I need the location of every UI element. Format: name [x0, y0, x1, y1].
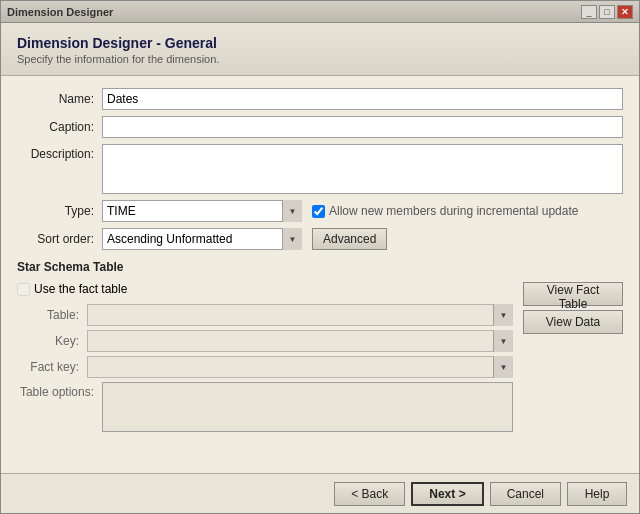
- name-input[interactable]: [102, 88, 623, 110]
- window-title: Dimension Designer: [7, 6, 113, 18]
- description-input[interactable]: [102, 144, 623, 194]
- star-schema-title: Star Schema Table: [17, 260, 623, 274]
- fact-key-row: Fact key: ▼: [17, 356, 513, 378]
- type-row: Type: TIME REGULAR TIME INTELLIGENCE ▼ A…: [17, 200, 623, 222]
- window-controls: _ □ ✕: [581, 5, 633, 19]
- description-label: Description:: [17, 144, 102, 161]
- caption-input[interactable]: [102, 116, 623, 138]
- minimize-button[interactable]: _: [581, 5, 597, 19]
- fact-key-select-wrapper: ▼: [87, 356, 513, 378]
- star-schema-left: Use the fact table Table: ▼: [17, 282, 513, 432]
- advanced-button[interactable]: Advanced: [312, 228, 387, 250]
- page-subtitle: Specify the information for the dimensio…: [17, 53, 623, 65]
- table-options-input[interactable]: [102, 382, 513, 432]
- table-select[interactable]: [87, 304, 513, 326]
- sort-order-row: Sort order: Ascending Unformatted Ascend…: [17, 228, 623, 250]
- sort-order-label: Sort order:: [17, 232, 102, 246]
- sort-order-right: Advanced: [312, 228, 387, 250]
- description-row: Description:: [17, 144, 623, 194]
- content-area: Name: Caption: Description: Type: TIME R…: [1, 76, 639, 473]
- use-fact-table-label: Use the fact table: [34, 282, 127, 296]
- restore-button[interactable]: □: [599, 5, 615, 19]
- type-label: Type:: [17, 204, 102, 218]
- allow-incremental-checkbox[interactable]: [312, 205, 325, 218]
- table-select-wrapper: ▼: [87, 304, 513, 326]
- table-options-row: Table options:: [17, 382, 513, 432]
- type-select-wrapper: TIME REGULAR TIME INTELLIGENCE ▼: [102, 200, 302, 222]
- table-label: Table:: [17, 308, 87, 322]
- key-select-wrapper: ▼: [87, 330, 513, 352]
- type-left: Type: TIME REGULAR TIME INTELLIGENCE ▼: [17, 200, 302, 222]
- title-bar: Dimension Designer _ □ ✕: [1, 1, 639, 23]
- table-row: Table: ▼: [17, 304, 513, 326]
- main-window: Dimension Designer _ □ ✕ Dimension Desig…: [0, 0, 640, 514]
- view-data-button[interactable]: View Data: [523, 310, 623, 334]
- sort-order-select[interactable]: Ascending Unformatted Ascending Formatte…: [102, 228, 302, 250]
- key-select[interactable]: [87, 330, 513, 352]
- key-row: Key: ▼: [17, 330, 513, 352]
- name-row: Name:: [17, 88, 623, 110]
- key-label: Key:: [17, 334, 87, 348]
- caption-row: Caption:: [17, 116, 623, 138]
- star-schema-right: View Fact Table View Data: [523, 282, 623, 432]
- close-button[interactable]: ✕: [617, 5, 633, 19]
- header-area: Dimension Designer - General Specify the…: [1, 23, 639, 76]
- help-button[interactable]: Help: [567, 482, 627, 506]
- allow-incremental-label: Allow new members during incremental upd…: [329, 204, 578, 218]
- sort-order-select-wrapper: Ascending Unformatted Ascending Formatte…: [102, 228, 302, 250]
- use-fact-table-row: Use the fact table: [17, 282, 513, 296]
- type-select[interactable]: TIME REGULAR TIME INTELLIGENCE: [102, 200, 302, 222]
- allow-incremental-row: Allow new members during incremental upd…: [312, 204, 578, 218]
- fact-key-label: Fact key:: [17, 360, 87, 374]
- view-fact-table-button[interactable]: View Fact Table: [523, 282, 623, 306]
- name-label: Name:: [17, 92, 102, 106]
- caption-label: Caption:: [17, 120, 102, 134]
- page-title: Dimension Designer - General: [17, 35, 623, 51]
- sort-order-left: Sort order: Ascending Unformatted Ascend…: [17, 228, 302, 250]
- table-options-label: Table options:: [17, 382, 102, 399]
- cancel-button[interactable]: Cancel: [490, 482, 561, 506]
- fact-key-select[interactable]: [87, 356, 513, 378]
- use-fact-table-checkbox[interactable]: [17, 283, 30, 296]
- next-button[interactable]: Next >: [411, 482, 483, 506]
- footer: < Back Next > Cancel Help: [1, 473, 639, 513]
- back-button[interactable]: < Back: [334, 482, 405, 506]
- star-schema-content: Use the fact table Table: ▼: [17, 282, 623, 432]
- star-schema-section: Star Schema Table Use the fact table Tab…: [17, 260, 623, 432]
